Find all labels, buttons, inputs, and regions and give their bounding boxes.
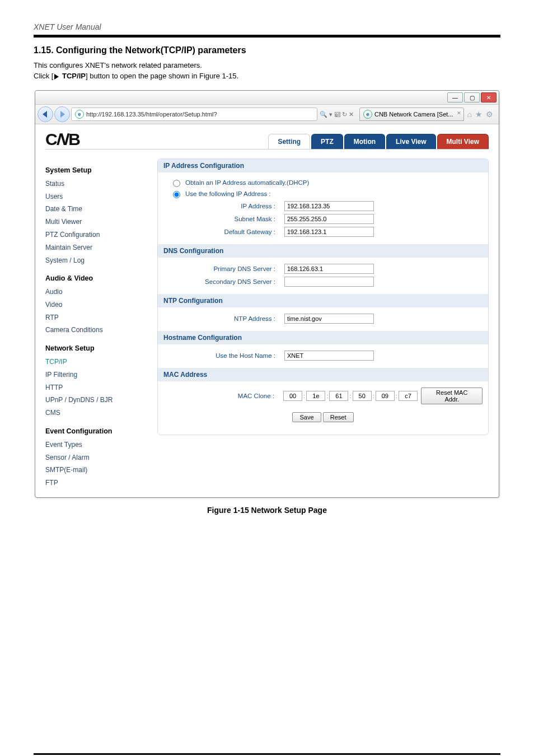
content-panel: IP Address Configuration Obtain an IP Ad… [157, 158, 489, 489]
input-primary-dns[interactable] [284, 264, 374, 274]
rule-top [34, 35, 500, 38]
label-gateway: Default Gateway : [163, 228, 284, 235]
tab-close-icon[interactable]: ✕ [457, 110, 461, 116]
click-instruction: Click [ TCP/IP] button to open the page … [34, 72, 500, 80]
sidebar-item-ftp[interactable]: FTP [45, 477, 146, 489]
toolbar-icon-cluster[interactable]: 🔍 ▾ 🗟 ↻ ✕ [320, 111, 354, 118]
sidebar-item-rtp[interactable]: RTP [45, 311, 146, 324]
sidebar-item-video[interactable]: Video [45, 298, 146, 311]
section-mac-header: MAC Address [158, 368, 488, 381]
sidebar-item-sensor[interactable]: Sensor / Alarm [45, 451, 146, 464]
section-ntp-header: NTP Configuration [158, 294, 488, 307]
sidebar-item-tcpip[interactable]: TCP/IP [45, 356, 146, 368]
tab-multi-view[interactable]: Multi View [437, 134, 489, 149]
sidebar-item-ipfilter[interactable]: IP Filtering [45, 368, 146, 381]
label-primary-dns: Primary DNS Server : [163, 265, 284, 272]
input-mac-1[interactable] [306, 391, 325, 401]
input-ntp[interactable] [284, 314, 374, 324]
save-button[interactable]: Save [292, 412, 321, 422]
input-mac-0[interactable] [283, 391, 302, 401]
section-dns-header: DNS Configuration [158, 244, 488, 258]
section-hostname-header: Hostname Configuration [158, 331, 488, 344]
input-subnet[interactable] [284, 214, 374, 224]
input-gateway[interactable] [284, 227, 374, 237]
sidebar-item-systemlog[interactable]: System / Log [45, 254, 146, 267]
label-hostname: Use the Host Name : [163, 352, 284, 359]
label-mac: MAC Clone : [163, 393, 283, 399]
browser-forward-button[interactable] [54, 106, 70, 122]
section-heading: 1.15. Configuring the Network(TCP/IP) pa… [34, 45, 500, 55]
browser-window: — ▢ ✕ e http://192.168.123.35/html/opera… [35, 90, 499, 498]
section-ip-header: IP Address Configuration [158, 159, 488, 172]
play-triangle-icon [54, 74, 59, 80]
sidebar-item-cms[interactable]: CMS [45, 407, 146, 419]
window-titlebar: — ▢ ✕ [35, 91, 499, 105]
address-bar[interactable]: e http://192.168.123.35/html/operator/Se… [71, 108, 317, 121]
input-ipaddress[interactable] [284, 201, 374, 211]
app-tabs: Setting PTZ Motion Live View Multi View [268, 134, 489, 149]
sidebar-item-camera-cond[interactable]: Camera Conditions [45, 324, 146, 337]
camera-app: CNB Setting PTZ Motion Live View Multi V… [35, 124, 499, 497]
window-minimize-button[interactable]: — [447, 92, 463, 102]
input-mac-5[interactable] [399, 391, 418, 401]
figure-screenshot: — ▢ ✕ e http://192.168.123.35/html/opera… [35, 90, 499, 515]
address-url: http://192.168.123.35/html/operator/Setu… [86, 111, 217, 118]
label-secondary-dns: Secondary DNS Server : [163, 278, 284, 285]
input-hostname[interactable] [284, 351, 374, 361]
label-subnet: Subnet Mask : [163, 216, 284, 222]
rule-bottom [34, 753, 500, 755]
tools-gear-icon[interactable]: ⚙ [486, 110, 493, 119]
doc-title: XNET User Manual [34, 22, 500, 31]
sidebar-item-audio[interactable]: Audio [45, 286, 146, 298]
radio-dhcp[interactable] [173, 180, 180, 187]
sidebar-item-smtp[interactable]: SMTP(E-mail) [45, 464, 146, 477]
tcpip-ref-label: TCP/IP [62, 72, 86, 80]
sidebar-item-eventtypes[interactable]: Event Types [45, 438, 146, 451]
tab-motion[interactable]: Motion [344, 134, 385, 149]
label-dhcp: Obtain an IP Address automatically.(DHCP… [185, 179, 309, 186]
radio-static[interactable] [173, 191, 180, 198]
sidebar-item-maintain[interactable]: Maintain Server [45, 241, 146, 254]
tab-live-view[interactable]: Live View [386, 134, 435, 149]
section-number: 1.15. [34, 45, 54, 55]
sidebar-item-upnp[interactable]: UPnP / DynDNS / BJR [45, 394, 146, 407]
window-close-button[interactable]: ✕ [481, 92, 496, 102]
sidebar: System Setup Status Users Date & Time Mu… [45, 158, 146, 489]
section-title: Configuring the Network(TCP/IP) paramete… [56, 45, 246, 55]
input-mac-2[interactable] [329, 391, 348, 401]
sidebar-group-av: Audio & Video [45, 272, 146, 286]
sidebar-item-datetime[interactable]: Date & Time [45, 203, 146, 216]
input-mac-4[interactable] [376, 391, 395, 401]
figure-caption: Figure 1-15 Network Setup Page [35, 506, 499, 515]
intro-text: This configures XNET's network related p… [34, 61, 500, 69]
sidebar-group-event: Event Configuration [45, 425, 146, 438]
window-maximize-button[interactable]: ▢ [464, 92, 480, 102]
ie-logo-icon: e [75, 110, 84, 119]
sidebar-group-system: System Setup [45, 164, 146, 178]
browser-tab-title: CNB Network Camera [Set... [374, 111, 453, 118]
sidebar-item-ptzconfig[interactable]: PTZ Configuration [45, 228, 146, 241]
label-ntp: NTP Address : [163, 315, 284, 322]
sidebar-item-users[interactable]: Users [45, 190, 146, 203]
label-ipaddress: IP Address : [163, 203, 284, 209]
browser-tab[interactable]: e CNB Network Camera [Set... ✕ [359, 108, 464, 121]
sidebar-group-network: Network Setup [45, 342, 146, 356]
input-mac-3[interactable] [353, 391, 372, 401]
tab-favicon-icon: e [363, 110, 372, 119]
sidebar-item-status[interactable]: Status [45, 178, 146, 190]
sidebar-item-multiviewer[interactable]: Multi Viewer [45, 216, 146, 228]
home-icon[interactable]: ⌂ [467, 110, 472, 119]
label-static: Use the following IP Address : [185, 190, 271, 197]
reset-mac-button[interactable]: Reset MAC Addr. [421, 388, 483, 404]
browser-back-button[interactable] [38, 106, 53, 122]
browser-toolbar: e http://192.168.123.35/html/operator/Se… [35, 105, 499, 124]
sidebar-item-http[interactable]: HTTP [45, 381, 146, 394]
favorites-icon[interactable]: ★ [475, 110, 483, 119]
tab-setting[interactable]: Setting [268, 134, 310, 149]
browser-right-icons: ⌂ ★ ⚙ [464, 110, 496, 119]
cnb-logo: CNB [45, 130, 80, 149]
input-secondary-dns[interactable] [284, 277, 374, 287]
reset-button[interactable]: Reset [323, 412, 354, 422]
tab-ptz[interactable]: PTZ [311, 134, 343, 149]
